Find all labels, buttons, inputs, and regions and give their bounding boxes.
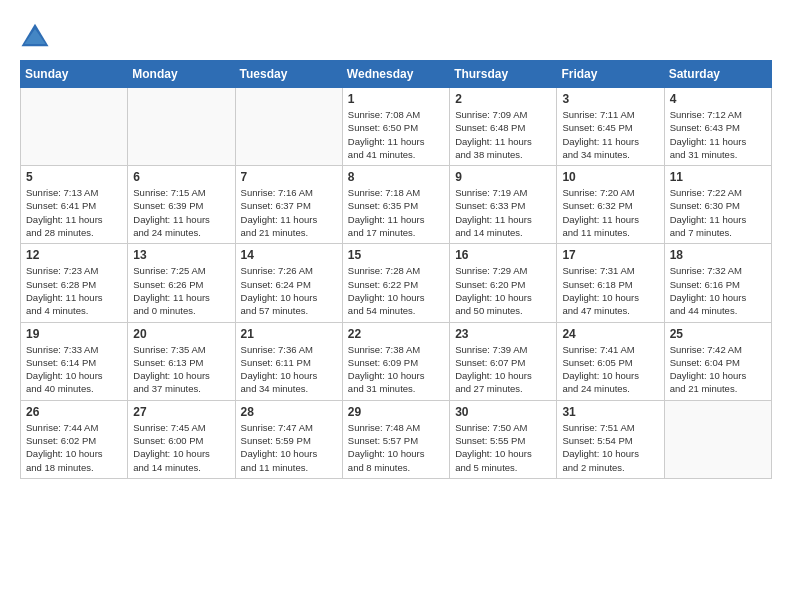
weekday-header-thursday: Thursday [450, 61, 557, 88]
day-info: Sunrise: 7:45 AM Sunset: 6:00 PM Dayligh… [133, 421, 229, 474]
weekday-header-tuesday: Tuesday [235, 61, 342, 88]
day-number: 12 [26, 248, 122, 262]
day-info: Sunrise: 7:23 AM Sunset: 6:28 PM Dayligh… [26, 264, 122, 317]
day-info: Sunrise: 7:20 AM Sunset: 6:32 PM Dayligh… [562, 186, 658, 239]
calendar-cell: 9Sunrise: 7:19 AM Sunset: 6:33 PM Daylig… [450, 166, 557, 244]
day-info: Sunrise: 7:18 AM Sunset: 6:35 PM Dayligh… [348, 186, 444, 239]
day-number: 23 [455, 327, 551, 341]
calendar-cell: 1Sunrise: 7:08 AM Sunset: 6:50 PM Daylig… [342, 88, 449, 166]
day-info: Sunrise: 7:12 AM Sunset: 6:43 PM Dayligh… [670, 108, 766, 161]
day-number: 16 [455, 248, 551, 262]
day-number: 7 [241, 170, 337, 184]
day-number: 17 [562, 248, 658, 262]
calendar-cell: 10Sunrise: 7:20 AM Sunset: 6:32 PM Dayli… [557, 166, 664, 244]
calendar-cell: 7Sunrise: 7:16 AM Sunset: 6:37 PM Daylig… [235, 166, 342, 244]
day-info: Sunrise: 7:32 AM Sunset: 6:16 PM Dayligh… [670, 264, 766, 317]
day-number: 18 [670, 248, 766, 262]
day-number: 14 [241, 248, 337, 262]
day-info: Sunrise: 7:15 AM Sunset: 6:39 PM Dayligh… [133, 186, 229, 239]
day-info: Sunrise: 7:47 AM Sunset: 5:59 PM Dayligh… [241, 421, 337, 474]
calendar-table: SundayMondayTuesdayWednesdayThursdayFrid… [20, 60, 772, 479]
calendar-cell: 5Sunrise: 7:13 AM Sunset: 6:41 PM Daylig… [21, 166, 128, 244]
calendar-cell: 14Sunrise: 7:26 AM Sunset: 6:24 PM Dayli… [235, 244, 342, 322]
calendar-cell: 22Sunrise: 7:38 AM Sunset: 6:09 PM Dayli… [342, 322, 449, 400]
calendar-cell [664, 400, 771, 478]
day-info: Sunrise: 7:41 AM Sunset: 6:05 PM Dayligh… [562, 343, 658, 396]
day-number: 27 [133, 405, 229, 419]
day-info: Sunrise: 7:33 AM Sunset: 6:14 PM Dayligh… [26, 343, 122, 396]
day-number: 28 [241, 405, 337, 419]
page-header [20, 20, 772, 50]
calendar-week-row: 26Sunrise: 7:44 AM Sunset: 6:02 PM Dayli… [21, 400, 772, 478]
calendar-cell: 4Sunrise: 7:12 AM Sunset: 6:43 PM Daylig… [664, 88, 771, 166]
day-info: Sunrise: 7:51 AM Sunset: 5:54 PM Dayligh… [562, 421, 658, 474]
day-number: 15 [348, 248, 444, 262]
day-number: 31 [562, 405, 658, 419]
calendar-cell: 26Sunrise: 7:44 AM Sunset: 6:02 PM Dayli… [21, 400, 128, 478]
day-number: 11 [670, 170, 766, 184]
day-info: Sunrise: 7:48 AM Sunset: 5:57 PM Dayligh… [348, 421, 444, 474]
day-number: 13 [133, 248, 229, 262]
day-number: 21 [241, 327, 337, 341]
calendar-cell: 11Sunrise: 7:22 AM Sunset: 6:30 PM Dayli… [664, 166, 771, 244]
day-number: 2 [455, 92, 551, 106]
day-info: Sunrise: 7:29 AM Sunset: 6:20 PM Dayligh… [455, 264, 551, 317]
day-number: 19 [26, 327, 122, 341]
day-number: 3 [562, 92, 658, 106]
calendar-cell [128, 88, 235, 166]
weekday-header-wednesday: Wednesday [342, 61, 449, 88]
logo-icon [20, 20, 50, 50]
day-number: 30 [455, 405, 551, 419]
day-info: Sunrise: 7:13 AM Sunset: 6:41 PM Dayligh… [26, 186, 122, 239]
calendar-cell: 23Sunrise: 7:39 AM Sunset: 6:07 PM Dayli… [450, 322, 557, 400]
calendar-cell: 21Sunrise: 7:36 AM Sunset: 6:11 PM Dayli… [235, 322, 342, 400]
day-number: 20 [133, 327, 229, 341]
calendar-cell: 3Sunrise: 7:11 AM Sunset: 6:45 PM Daylig… [557, 88, 664, 166]
day-info: Sunrise: 7:44 AM Sunset: 6:02 PM Dayligh… [26, 421, 122, 474]
logo [20, 20, 54, 50]
calendar-cell: 29Sunrise: 7:48 AM Sunset: 5:57 PM Dayli… [342, 400, 449, 478]
calendar-week-row: 12Sunrise: 7:23 AM Sunset: 6:28 PM Dayli… [21, 244, 772, 322]
day-number: 6 [133, 170, 229, 184]
day-number: 10 [562, 170, 658, 184]
calendar-week-row: 1Sunrise: 7:08 AM Sunset: 6:50 PM Daylig… [21, 88, 772, 166]
calendar-cell: 27Sunrise: 7:45 AM Sunset: 6:00 PM Dayli… [128, 400, 235, 478]
day-info: Sunrise: 7:26 AM Sunset: 6:24 PM Dayligh… [241, 264, 337, 317]
day-info: Sunrise: 7:19 AM Sunset: 6:33 PM Dayligh… [455, 186, 551, 239]
calendar-cell: 19Sunrise: 7:33 AM Sunset: 6:14 PM Dayli… [21, 322, 128, 400]
day-info: Sunrise: 7:36 AM Sunset: 6:11 PM Dayligh… [241, 343, 337, 396]
calendar-cell: 24Sunrise: 7:41 AM Sunset: 6:05 PM Dayli… [557, 322, 664, 400]
day-info: Sunrise: 7:11 AM Sunset: 6:45 PM Dayligh… [562, 108, 658, 161]
day-number: 1 [348, 92, 444, 106]
calendar-cell: 25Sunrise: 7:42 AM Sunset: 6:04 PM Dayli… [664, 322, 771, 400]
calendar-cell: 16Sunrise: 7:29 AM Sunset: 6:20 PM Dayli… [450, 244, 557, 322]
day-number: 22 [348, 327, 444, 341]
day-info: Sunrise: 7:09 AM Sunset: 6:48 PM Dayligh… [455, 108, 551, 161]
calendar-cell: 28Sunrise: 7:47 AM Sunset: 5:59 PM Dayli… [235, 400, 342, 478]
day-info: Sunrise: 7:39 AM Sunset: 6:07 PM Dayligh… [455, 343, 551, 396]
calendar-cell: 8Sunrise: 7:18 AM Sunset: 6:35 PM Daylig… [342, 166, 449, 244]
day-info: Sunrise: 7:16 AM Sunset: 6:37 PM Dayligh… [241, 186, 337, 239]
day-info: Sunrise: 7:25 AM Sunset: 6:26 PM Dayligh… [133, 264, 229, 317]
weekday-header-saturday: Saturday [664, 61, 771, 88]
calendar-cell: 30Sunrise: 7:50 AM Sunset: 5:55 PM Dayli… [450, 400, 557, 478]
calendar-week-row: 5Sunrise: 7:13 AM Sunset: 6:41 PM Daylig… [21, 166, 772, 244]
calendar-cell: 31Sunrise: 7:51 AM Sunset: 5:54 PM Dayli… [557, 400, 664, 478]
day-info: Sunrise: 7:42 AM Sunset: 6:04 PM Dayligh… [670, 343, 766, 396]
day-info: Sunrise: 7:38 AM Sunset: 6:09 PM Dayligh… [348, 343, 444, 396]
day-number: 9 [455, 170, 551, 184]
calendar-cell [235, 88, 342, 166]
calendar-cell: 6Sunrise: 7:15 AM Sunset: 6:39 PM Daylig… [128, 166, 235, 244]
day-number: 4 [670, 92, 766, 106]
weekday-header-monday: Monday [128, 61, 235, 88]
calendar-cell: 12Sunrise: 7:23 AM Sunset: 6:28 PM Dayli… [21, 244, 128, 322]
day-number: 5 [26, 170, 122, 184]
day-info: Sunrise: 7:28 AM Sunset: 6:22 PM Dayligh… [348, 264, 444, 317]
calendar-cell: 2Sunrise: 7:09 AM Sunset: 6:48 PM Daylig… [450, 88, 557, 166]
day-number: 24 [562, 327, 658, 341]
calendar-cell: 13Sunrise: 7:25 AM Sunset: 6:26 PM Dayli… [128, 244, 235, 322]
calendar-cell [21, 88, 128, 166]
calendar-cell: 18Sunrise: 7:32 AM Sunset: 6:16 PM Dayli… [664, 244, 771, 322]
calendar-cell: 20Sunrise: 7:35 AM Sunset: 6:13 PM Dayli… [128, 322, 235, 400]
weekday-header-sunday: Sunday [21, 61, 128, 88]
